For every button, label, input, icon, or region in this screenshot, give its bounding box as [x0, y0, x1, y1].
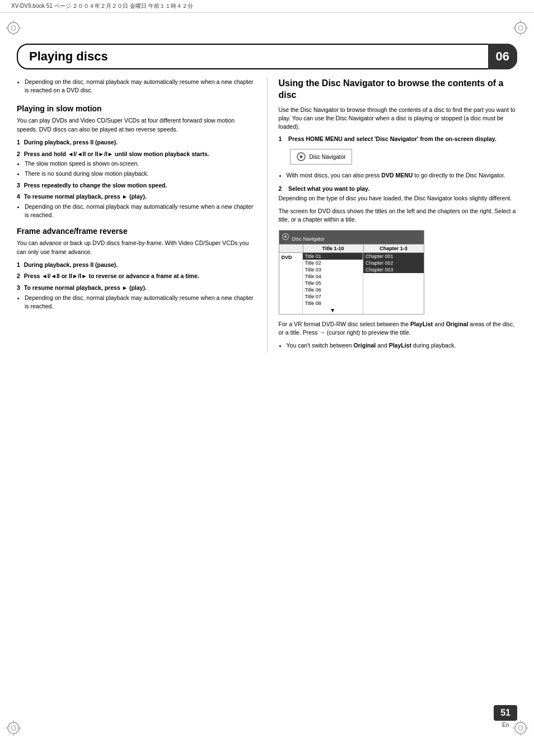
corner-decoration-tl	[6, 20, 21, 36]
frame-step-2-text: Press ◄I/◄II or II►/I► to reverse or adv…	[24, 273, 199, 279]
final-bullet: You can't switch between Original and Pl…	[287, 341, 518, 350]
svg-point-1	[11, 26, 16, 30]
svg-point-25	[299, 156, 302, 158]
frame-step-3-num: 3	[17, 284, 20, 291]
scroll-arrow: ▼	[303, 307, 363, 314]
chapter-003: Chapter 003	[363, 266, 424, 273]
title-07: Title 07	[303, 293, 363, 300]
svg-point-28	[284, 236, 287, 238]
slow-motion-step-2-bullet-1: The slow motion speed is shown on-screen…	[25, 159, 256, 168]
page-number: 06	[496, 49, 509, 64]
step-4-text: To resume normal playback, press ► (play…	[24, 193, 147, 200]
title-04: Title 04	[303, 273, 363, 280]
svg-text:●: ●	[298, 154, 299, 156]
slow-motion-heading: Playing in slow motion	[17, 104, 256, 113]
step-3-text: Press repeatedly to change the slow moti…	[24, 182, 167, 189]
table-chapters-column: Chapter 001 Chapter 002 Chapter 003	[363, 253, 424, 314]
title-03: Title 03	[303, 266, 363, 273]
intro-bullet-text: Depending on the disc, normal playback m…	[25, 78, 256, 94]
step-4-num: 4	[17, 193, 20, 200]
after-table-text: For a VR format DVD-RW disc select betwe…	[279, 320, 518, 337]
table-disc-icon	[282, 233, 289, 241]
frame-advance-heading: Frame advance/frame reverse	[17, 227, 256, 236]
intro-bullet: Depending on the disc, normal playback m…	[17, 78, 256, 94]
slow-motion-step-3: 3 Press repeatedly to change the slow mo…	[17, 181, 256, 190]
svg-point-19	[518, 726, 523, 730]
disc-nav-step-1-heading: 1 Press HOME MENU and select 'Disc Navig…	[279, 135, 518, 142]
metadata-text: XV-DV9.book 51 ページ ２００４年２月２０日 金曜日 午前１１時４…	[11, 2, 193, 10]
title-06: Title 06	[303, 287, 363, 293]
slow-motion-section: Playing in slow motion You can play DVDs…	[17, 104, 256, 219]
corner-decoration-tr	[513, 20, 528, 36]
title-05: Title 05	[303, 280, 363, 287]
slow-motion-step-1: 1 During playback, press II (pause).	[17, 138, 256, 147]
step-2-title: Select what you want to play.	[288, 185, 369, 192]
page-number-badge: 06	[488, 44, 517, 69]
main-content: Depending on the disc, normal playback m…	[0, 78, 534, 353]
frame-step-3-text: To resume normal playback, press ► (play…	[24, 284, 147, 291]
footer-page-number: 51	[494, 705, 517, 721]
svg-point-6	[515, 22, 526, 34]
frame-step-2: 2 Press ◄I/◄II or II►/I► to reverse or a…	[17, 272, 256, 280]
slow-motion-step-4-bullet-1: Depending on the disc, normal playback m…	[25, 203, 256, 219]
slow-motion-intro: You can play DVDs and Video CD/Super VCD…	[17, 116, 256, 133]
left-column: Depending on the disc, normal playback m…	[17, 78, 267, 353]
right-column: Using the Disc Navigator to browse the c…	[267, 78, 518, 353]
final-bullet-list: You can't switch between Original and Pl…	[287, 341, 518, 350]
table-header-titles: Title 1-10	[303, 245, 364, 252]
step-3-num: 3	[17, 182, 20, 189]
table-row-label: DVD	[279, 253, 303, 314]
disc-nav-step-1-bullet: With most discs, you can also press DVD …	[287, 171, 518, 180]
step-1-text: During playback, press II (pause).	[24, 139, 118, 145]
slow-motion-step-2: 2 Press and hold ◄I/◄II or II►/I► until …	[17, 150, 256, 178]
svg-point-13	[11, 726, 16, 730]
corner-decoration-bl	[6, 720, 21, 736]
frame-step-2-num: 2	[17, 273, 20, 279]
svg-point-12	[8, 722, 19, 734]
disc-nav-box-label: Disc Navigator	[310, 154, 346, 160]
disc-nav-heading: Using the Disc Navigator to browse the c…	[279, 78, 518, 101]
frame-step-1-text: During playback, press II (pause).	[24, 261, 118, 268]
frame-advance-section: Frame advance/frame reverse You can adva…	[17, 227, 256, 310]
chapter-002: Chapter 002	[363, 260, 424, 266]
top-metadata-bar: XV-DV9.book 51 ページ ２００４年２月２０日 金曜日 午前１１時４…	[0, 0, 534, 13]
title-08: Title 08	[303, 300, 363, 307]
slow-motion-step-2-bullet-2: There is no sound during slow motion pla…	[25, 170, 256, 178]
disc-nav-box-container: ● Disc Navigator	[290, 145, 518, 168]
footer-lang: En	[494, 722, 517, 728]
step-num-2: 2	[279, 185, 287, 192]
frame-advance-intro: You can advance or back up DVD discs fra…	[17, 239, 256, 256]
chapter-001: Chapter 001	[363, 253, 424, 260]
slow-motion-step-4: 4 To resume normal playback, press ► (pl…	[17, 192, 256, 219]
disc-nav-step-2-heading: 2 Select what you want to play.	[279, 185, 518, 192]
svg-point-0	[8, 22, 19, 34]
disc-navigator-table: Disc Navigator Title 1-10 Chapter 1-3 DV…	[279, 230, 424, 314]
frame-step-1: 1 During playback, press II (pause).	[17, 261, 256, 269]
step-num-1: 1	[279, 135, 287, 142]
table-titles-column: Title 01 Title 02 Title 03 Title 04 Titl…	[303, 253, 364, 314]
table-header-chapters: Chapter 1-3	[364, 245, 424, 252]
frame-step-3: 3 To resume normal playback, press ► (pl…	[17, 284, 256, 310]
page-title: Playing discs	[29, 49, 505, 64]
step-2-num: 2	[17, 151, 20, 157]
disc-nav-step-2-body2: The screen for DVD discs shows the title…	[279, 207, 518, 224]
page-footer: 51 En	[494, 705, 517, 728]
step-1-title: Press HOME MENU and select 'Disc Navigat…	[288, 135, 496, 142]
frame-step-1-num: 1	[17, 261, 20, 268]
page-header: Playing discs 06	[17, 44, 517, 69]
svg-point-7	[518, 26, 523, 30]
title-01: Title 01	[303, 253, 363, 260]
step-2-text: Press and hold ◄I/◄II or II►/I► until sl…	[24, 151, 209, 157]
step-1-num: 1	[17, 139, 20, 145]
disc-nav-intro: Use the Disc Navigator to browse through…	[279, 106, 518, 132]
disc-nav-icon: ●	[296, 152, 306, 162]
disc-nav-step-2-body1: Depending on the type of disc you have l…	[279, 194, 518, 203]
frame-step-3-bullet-1: Depending on the disc, normal playback m…	[25, 294, 256, 310]
title-02: Title 02	[303, 260, 363, 266]
disc-navigator-display-box: ● Disc Navigator	[290, 149, 352, 165]
